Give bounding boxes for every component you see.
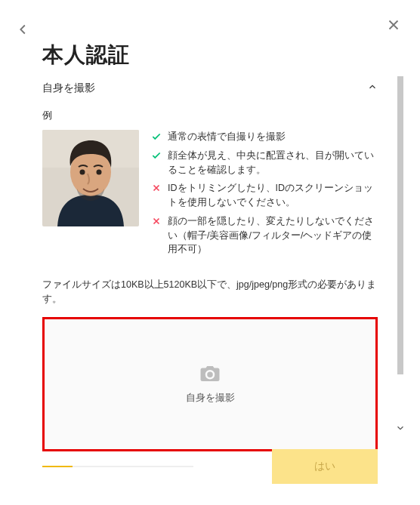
chevron-down-icon[interactable] [395, 423, 406, 436]
check-icon [151, 131, 162, 142]
rules-list: 通常の表情で自撮りを撮影顔全体が見え、中央に配置され、目が開いていることを確認し… [151, 130, 378, 261]
cross-icon [151, 183, 162, 193]
check-icon [151, 150, 162, 161]
selfie-upload-area[interactable]: 自身を撮影 [42, 317, 378, 451]
submit-button[interactable]: はい [272, 449, 378, 484]
example-photo [42, 130, 139, 226]
rule-item: 顔全体が見え、中央に配置され、目が開いていることを確認します。 [151, 149, 378, 177]
rule-text: 通常の表情で自撮りを撮影 [168, 130, 378, 144]
progress-bar [42, 466, 193, 467]
page-title: 本人認証 [42, 41, 378, 69]
filesize-note: ファイルサイズは10KB以上5120KB以下で、jpg/jpeg/png形式の必… [42, 278, 378, 306]
rule-text: 顔全体が見え、中央に配置され、目が開いていることを確認します。 [168, 149, 378, 177]
upload-caption: 自身を撮影 [186, 391, 235, 405]
rule-text: IDをトリミングしたり、IDのスクリーンショットを使用しないでください。 [168, 181, 378, 210]
rule-item: 顔の一部を隠したり、変えたりしないでください（帽子/美容画像/フィルター/ヘッド… [151, 214, 378, 257]
rule-text: 顔の一部を隠したり、変えたりしないでください（帽子/美容画像/フィルター/ヘッド… [168, 214, 378, 257]
section-header[interactable]: 自身を撮影 [42, 79, 378, 101]
svg-point-3 [80, 170, 85, 175]
back-button[interactable] [15, 21, 32, 41]
scrollbar[interactable] [397, 76, 403, 428]
svg-point-4 [97, 170, 102, 175]
rule-item: IDをトリミングしたり、IDのスクリーンショットを使用しないでください。 [151, 181, 378, 210]
camera-icon [199, 364, 221, 386]
chevron-up-icon [367, 82, 378, 95]
cross-icon [151, 216, 162, 226]
close-button[interactable] [385, 17, 402, 36]
progress-fill [42, 466, 73, 467]
example-label: 例 [42, 109, 378, 122]
section-label: 自身を撮影 [42, 82, 95, 95]
scrollbar-thumb[interactable] [397, 76, 403, 374]
rule-item: 通常の表情で自撮りを撮影 [151, 130, 378, 144]
